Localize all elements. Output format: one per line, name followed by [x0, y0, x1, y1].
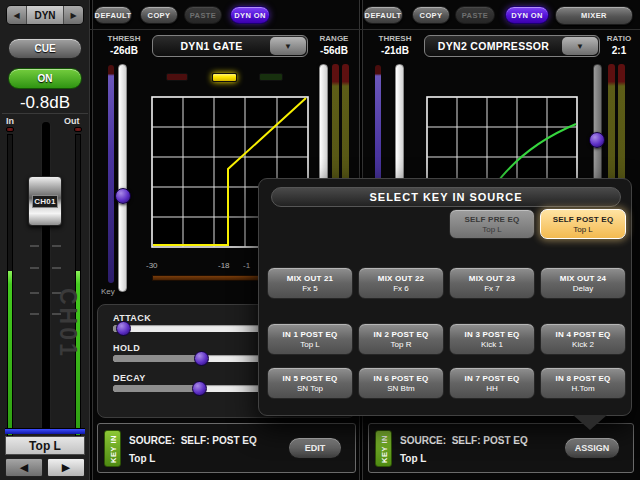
key-in-tag: KEY IN	[375, 430, 392, 467]
keyin-source-option[interactable]: MIX OUT 24Delay	[540, 267, 626, 299]
fader-tick	[52, 245, 61, 247]
hold-slider-knob[interactable]	[194, 351, 209, 366]
prev-page-button[interactable]: ◀	[7, 6, 26, 24]
dyn1-keyin-edit-button[interactable]: EDIT	[288, 437, 342, 459]
key-in-tag: KEY IN	[104, 430, 121, 467]
dyn1-key-caption: Key	[101, 287, 115, 296]
dyn1-thresh-slider[interactable]	[118, 64, 127, 292]
channel-strip-sidebar: ◀ DYN ▶ CUE ON -0.8dB In Out CH01 CH01 T…	[0, 0, 90, 480]
axis-tick: -1	[243, 261, 250, 270]
keyin-source-option[interactable]: MIX OUT 23Fx 7	[449, 267, 535, 299]
dyn1-thresh-value: -26dB	[100, 45, 148, 56]
dyn2-on-button[interactable]: DYN ON	[505, 6, 549, 24]
fader-level-readout: -0.8dB	[0, 93, 90, 113]
chevron-down-icon: ▼	[270, 37, 306, 55]
mixer-button[interactable]: MIXER	[555, 6, 633, 25]
keyin-source-option[interactable]: IN 2 POST EQTop R	[358, 323, 444, 355]
keyin-source-option[interactable]: MIX OUT 22Fx 6	[358, 267, 444, 299]
out-clip-led	[74, 127, 82, 132]
fader-tick	[30, 267, 39, 269]
dyn2-copy-button[interactable]: COPY	[412, 6, 450, 24]
decay-label: DECAY	[113, 373, 146, 383]
dyn1-copy-button[interactable]: COPY	[140, 6, 178, 24]
dyn2-thresh-value: -21dB	[370, 45, 420, 56]
left-arrow-icon: ◀	[13, 11, 19, 20]
hold-label: HOLD	[113, 343, 140, 353]
dyn2-keyin-name: Top L	[400, 453, 426, 464]
keyin-source-option[interactable]: IN 8 POST EQH.Tom	[540, 367, 626, 399]
dyn1-range-label: RANGE	[312, 34, 356, 43]
dyn-page-selector: ◀ DYN ▶	[6, 5, 84, 25]
dyn1-default-button[interactable]: DEFAULT	[94, 6, 132, 24]
keyin-source-option[interactable]: IN 7 POST EQHH	[449, 367, 535, 399]
dyn1-type-value: DYN1 GATE	[153, 40, 270, 52]
page-label: DYN	[26, 6, 64, 24]
right-arrow-icon: ▶	[70, 11, 76, 20]
fader-tick	[52, 267, 61, 269]
fader-cap-label: CH01	[32, 195, 58, 208]
gate-hold-led	[212, 73, 237, 82]
divider	[90, 29, 640, 30]
dyn1-range-value: -56dB	[312, 45, 356, 56]
channel-color-bar	[5, 428, 85, 434]
in-level-meter	[7, 134, 13, 437]
keyin-source-option[interactable]: IN 1 POST EQTop L	[267, 323, 353, 355]
popup-pointer	[573, 415, 607, 430]
dyn2-type-value: DYN2 COMPRESSOR	[425, 40, 562, 52]
select-key-in-source-dialog: SELECT KEY IN SOURCE SELF PRE EQTop L SE…	[258, 178, 632, 416]
channel-name-label: Top L	[5, 436, 85, 455]
dyn1-type-dropdown[interactable]: DYN1 GATE ▼	[152, 35, 308, 57]
decay-slider-knob[interactable]	[192, 381, 207, 396]
keyin-source-option[interactable]: IN 3 POST EQKick 1	[449, 323, 535, 355]
dyn2-ratio-slider-knob[interactable]	[589, 132, 605, 148]
dyn2-thresh-label: THRESH	[370, 34, 420, 43]
axis-tick: -18	[218, 261, 230, 270]
attack-slider-knob[interactable]	[116, 321, 131, 336]
keyin-source-option[interactable]: IN 5 POST EQSN Top	[267, 367, 353, 399]
dyn2-ratio-label: RATIO	[600, 34, 638, 43]
fader-handle[interactable]: CH01	[28, 176, 62, 226]
prev-channel-button[interactable]: ◀	[5, 458, 43, 477]
fader-tick	[30, 245, 39, 247]
dyn2-default-button[interactable]: DEFAULT	[363, 6, 403, 24]
dyn1-thresh-slider-knob[interactable]	[115, 188, 131, 204]
right-arrow-icon: ▶	[62, 461, 70, 474]
next-channel-button[interactable]: ▶	[47, 458, 85, 477]
divider	[90, 0, 92, 480]
dyn2-keyin-source: SOURCE: SELF: POST EQ	[400, 435, 528, 446]
dyn1-keyin-box: KEY IN SOURCE: SELF: POST EQ Top L EDIT	[97, 423, 356, 473]
dyn2-ratio-value: 2:1	[600, 45, 638, 56]
divider	[2, 113, 88, 114]
keyin-source-option[interactable]: SELF PRE EQTop L	[449, 209, 535, 239]
axis-tick: -30	[146, 261, 158, 270]
dyn2-keyin-box: KEY IN SOURCE: SELF: POST EQ Top L ASSIG…	[368, 423, 634, 473]
keyin-source-option-selected[interactable]: SELF POST EQTop L	[540, 209, 626, 239]
next-page-button[interactable]: ▶	[64, 6, 83, 24]
in-meter-label: In	[6, 116, 14, 126]
fader-tick	[30, 292, 39, 294]
dyn2-paste-button: PASTE	[455, 6, 495, 24]
dyn1-paste-button: PASTE	[184, 6, 222, 24]
channel-on-button[interactable]: ON	[8, 68, 82, 89]
keyin-source-option[interactable]: IN 6 POST EQSN Btm	[358, 367, 444, 399]
out-level-meter	[75, 134, 81, 437]
dialog-title: SELECT KEY IN SOURCE	[271, 187, 621, 207]
dyn1-keyin-source: SOURCE: SELF: POST EQ	[129, 435, 257, 446]
dyn2-keyin-assign-button[interactable]: ASSIGN	[564, 437, 620, 459]
fader-track[interactable]	[42, 122, 50, 432]
out-meter-label: Out	[64, 116, 80, 126]
channel-id-ghost-label: CH01	[54, 288, 81, 359]
dyn2-type-dropdown[interactable]: DYN2 COMPRESSOR ▼	[424, 35, 600, 57]
left-arrow-icon: ◀	[20, 461, 28, 474]
dynamics-screen: ◀ DYN ▶ CUE ON -0.8dB In Out CH01 CH01 T…	[0, 0, 640, 480]
fader-tick	[30, 313, 39, 315]
dyn1-thresh-label: THRESH	[100, 34, 148, 43]
chevron-down-icon: ▼	[562, 37, 598, 55]
keyin-source-option[interactable]: MIX OUT 21Fx 5	[267, 267, 353, 299]
gate-open-led	[259, 73, 283, 81]
gate-closed-led	[166, 73, 188, 81]
keyin-source-option[interactable]: IN 4 POST EQKick 2	[540, 323, 626, 355]
cue-button[interactable]: CUE	[8, 38, 82, 59]
dyn1-on-button[interactable]: DYN ON	[230, 6, 270, 24]
dyn1-keyin-name: Top L	[129, 453, 155, 464]
